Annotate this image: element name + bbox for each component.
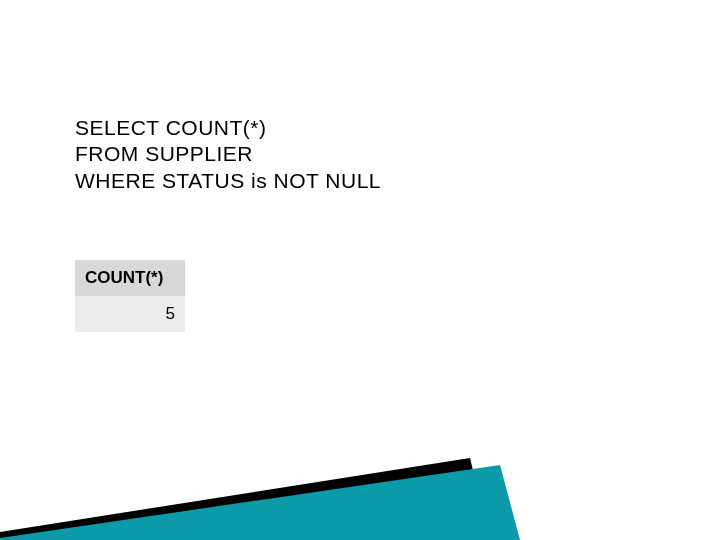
table-row: 5 bbox=[75, 296, 185, 332]
table-row: COUNT(*) bbox=[75, 260, 185, 296]
slide-accent-graphic bbox=[0, 420, 720, 540]
svg-marker-0 bbox=[0, 458, 490, 540]
sql-line-1: SELECT COUNT(*) bbox=[75, 115, 381, 141]
result-header-cell: COUNT(*) bbox=[75, 260, 185, 296]
sql-line-3: WHERE STATUS is NOT NULL bbox=[75, 168, 381, 194]
svg-marker-1 bbox=[0, 465, 520, 540]
result-value-cell: 5 bbox=[75, 296, 185, 332]
sql-query-block: SELECT COUNT(*) FROM SUPPLIER WHERE STAT… bbox=[75, 115, 381, 194]
sql-line-2: FROM SUPPLIER bbox=[75, 141, 381, 167]
query-result-table: COUNT(*) 5 bbox=[75, 260, 185, 332]
